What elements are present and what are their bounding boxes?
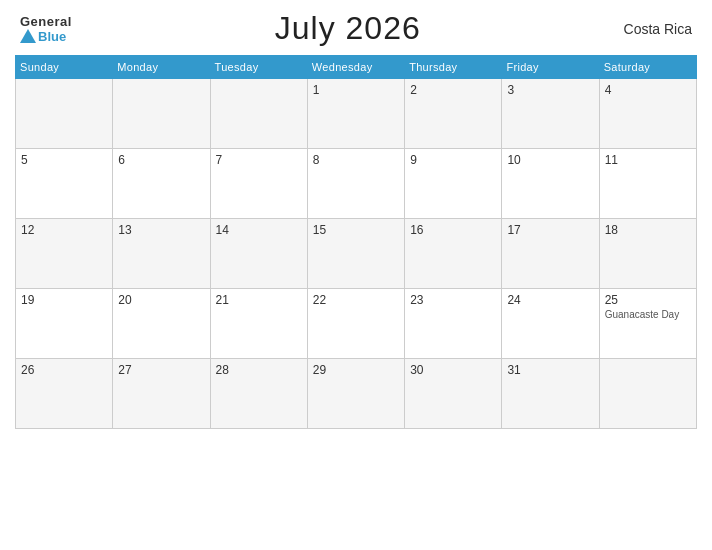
day-cell-1-3: 8 [307,149,404,219]
day-number: 2 [410,83,496,97]
logo-general-text: General [20,14,72,29]
day-number: 10 [507,153,593,167]
logo-blue-area: Blue [20,29,66,44]
header-saturday: Saturday [599,56,696,79]
day-cell-1-0: 5 [16,149,113,219]
day-number: 24 [507,293,593,307]
day-number: 7 [216,153,302,167]
day-cell-1-6: 11 [599,149,696,219]
day-number: 19 [21,293,107,307]
day-cell-4-0: 26 [16,359,113,429]
logo: General Blue [20,14,72,44]
day-cell-3-0: 19 [16,289,113,359]
country-label: Costa Rica [624,21,692,37]
calendar-table: Sunday Monday Tuesday Wednesday Thursday… [15,55,697,429]
day-cell-2-6: 18 [599,219,696,289]
day-cell-0-6: 4 [599,79,696,149]
day-number: 4 [605,83,691,97]
day-cell-1-2: 7 [210,149,307,219]
calendar-container: General Blue July 2026 Costa Rica Sunday… [0,0,712,550]
day-cell-3-2: 21 [210,289,307,359]
day-cell-4-2: 28 [210,359,307,429]
day-number: 21 [216,293,302,307]
month-title: July 2026 [275,10,421,47]
day-number: 18 [605,223,691,237]
day-number: 3 [507,83,593,97]
day-cell-2-5: 17 [502,219,599,289]
week-row-4: 19202122232425Guanacaste Day [16,289,697,359]
day-number: 22 [313,293,399,307]
day-cell-2-1: 13 [113,219,210,289]
day-number: 14 [216,223,302,237]
day-cell-2-4: 16 [405,219,502,289]
day-cell-4-5: 31 [502,359,599,429]
day-number: 23 [410,293,496,307]
logo-blue-text: Blue [38,29,66,44]
day-cell-4-3: 29 [307,359,404,429]
day-cell-4-1: 27 [113,359,210,429]
day-cell-2-2: 14 [210,219,307,289]
day-cell-2-0: 12 [16,219,113,289]
day-cell-1-1: 6 [113,149,210,219]
logo-triangle-icon [20,29,36,43]
day-number: 15 [313,223,399,237]
day-cell-0-1 [113,79,210,149]
header-sunday: Sunday [16,56,113,79]
day-cell-0-3: 1 [307,79,404,149]
day-cell-2-3: 15 [307,219,404,289]
day-number: 12 [21,223,107,237]
day-number: 9 [410,153,496,167]
day-cell-4-4: 30 [405,359,502,429]
day-cell-0-2 [210,79,307,149]
weekday-header-row: Sunday Monday Tuesday Wednesday Thursday… [16,56,697,79]
day-number: 26 [21,363,107,377]
week-row-1: 1234 [16,79,697,149]
day-number: 28 [216,363,302,377]
day-cell-3-1: 20 [113,289,210,359]
day-event: Guanacaste Day [605,309,691,320]
day-number: 5 [21,153,107,167]
header-monday: Monday [113,56,210,79]
day-cell-3-6: 25Guanacaste Day [599,289,696,359]
day-number: 30 [410,363,496,377]
day-cell-3-3: 22 [307,289,404,359]
header-friday: Friday [502,56,599,79]
day-cell-0-4: 2 [405,79,502,149]
day-number: 17 [507,223,593,237]
week-row-5: 262728293031 [16,359,697,429]
day-number: 25 [605,293,691,307]
header-wednesday: Wednesday [307,56,404,79]
day-number: 29 [313,363,399,377]
day-cell-0-0 [16,79,113,149]
day-number: 8 [313,153,399,167]
day-cell-1-4: 9 [405,149,502,219]
day-number: 6 [118,153,204,167]
day-number: 16 [410,223,496,237]
header-thursday: Thursday [405,56,502,79]
day-number: 27 [118,363,204,377]
day-cell-3-4: 23 [405,289,502,359]
week-row-2: 567891011 [16,149,697,219]
day-number: 31 [507,363,593,377]
day-number: 1 [313,83,399,97]
day-cell-4-6 [599,359,696,429]
day-number: 13 [118,223,204,237]
calendar-header: General Blue July 2026 Costa Rica [15,10,697,47]
header-tuesday: Tuesday [210,56,307,79]
day-cell-3-5: 24 [502,289,599,359]
day-number: 20 [118,293,204,307]
week-row-3: 12131415161718 [16,219,697,289]
day-number: 11 [605,153,691,167]
day-cell-1-5: 10 [502,149,599,219]
day-cell-0-5: 3 [502,79,599,149]
